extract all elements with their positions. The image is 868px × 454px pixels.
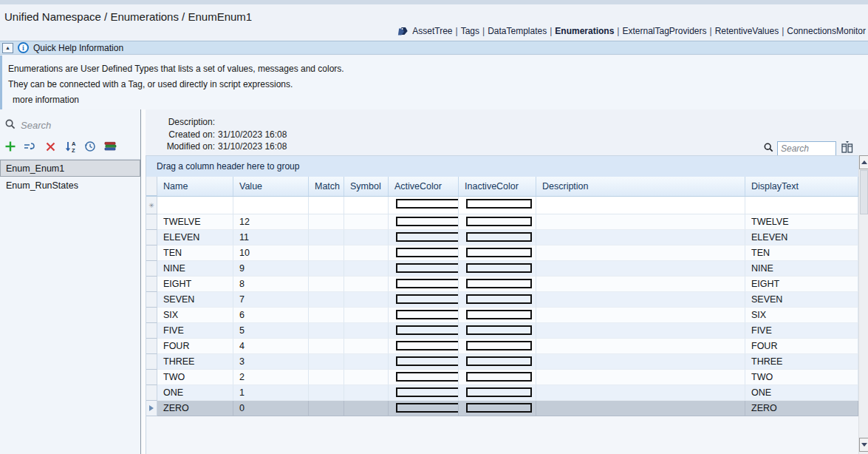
grid-cell[interactable]: TEN bbox=[157, 245, 233, 261]
active-color-swatch[interactable] bbox=[396, 372, 459, 382]
grid-cell[interactable] bbox=[309, 401, 344, 416]
group-by-panel[interactable]: Drag a column header here to group bbox=[146, 156, 858, 177]
grid-cell[interactable] bbox=[309, 308, 344, 323]
grid-cell[interactable] bbox=[536, 230, 745, 245]
grid-cell[interactable] bbox=[344, 308, 389, 323]
grid-cell[interactable] bbox=[389, 197, 459, 214]
nav-item-retentivevalues[interactable]: RetentiveValues bbox=[715, 26, 779, 36]
inactive-color-swatch[interactable] bbox=[466, 341, 532, 350]
history-icon[interactable] bbox=[83, 140, 97, 153]
table-row[interactable]: TWO2TWO bbox=[146, 370, 858, 385]
grid-cell[interactable] bbox=[309, 354, 344, 370]
grid-cell[interactable] bbox=[536, 354, 745, 370]
grid-cell[interactable] bbox=[459, 323, 536, 339]
more-information-link[interactable]: more information bbox=[8, 92, 868, 108]
grid-cell[interactable]: 1 bbox=[233, 385, 309, 401]
inactive-color-swatch[interactable] bbox=[466, 248, 532, 257]
grid-cell[interactable]: 6 bbox=[233, 308, 309, 323]
table-row[interactable]: SEVEN7SEVEN bbox=[146, 292, 858, 308]
grid-cell[interactable] bbox=[344, 292, 389, 308]
active-color-swatch[interactable] bbox=[396, 387, 459, 397]
grid-cell[interactable] bbox=[309, 245, 344, 261]
grid-cell[interactable] bbox=[344, 214, 389, 230]
add-icon[interactable] bbox=[4, 140, 17, 153]
nav-item-externaltagproviders[interactable]: ExternalTagProviders bbox=[622, 26, 706, 36]
table-row[interactable]: NINE9NINE bbox=[146, 261, 858, 277]
column-header-activecolor[interactable]: ActiveColor bbox=[389, 177, 459, 196]
rename-icon[interactable] bbox=[24, 140, 37, 153]
active-color-swatch[interactable] bbox=[396, 325, 459, 335]
grid-cell[interactable]: TWELVE bbox=[157, 214, 233, 230]
active-color-swatch[interactable] bbox=[396, 263, 459, 273]
scroll-up-button[interactable] bbox=[859, 155, 868, 169]
grid-cell[interactable] bbox=[344, 230, 389, 245]
inactive-color-swatch[interactable] bbox=[466, 232, 532, 242]
grid-cell[interactable] bbox=[536, 308, 745, 323]
active-color-swatch[interactable] bbox=[396, 356, 459, 366]
grid-cell[interactable]: SIX bbox=[745, 308, 858, 323]
grid-cell[interactable] bbox=[344, 401, 389, 416]
grid-cell[interactable]: SEVEN bbox=[157, 292, 233, 308]
inactive-color-swatch[interactable] bbox=[466, 387, 532, 397]
grid-cell[interactable]: ONE bbox=[745, 385, 858, 401]
grid-cell[interactable]: NINE bbox=[157, 261, 233, 277]
grid-cell[interactable] bbox=[536, 385, 745, 401]
grid-cell[interactable] bbox=[309, 323, 344, 339]
grid-cell[interactable]: FIVE bbox=[745, 323, 858, 339]
table-row[interactable]: ONE1ONE bbox=[146, 385, 858, 401]
grid-cell[interactable]: 8 bbox=[233, 277, 309, 292]
vertical-scrollbar[interactable] bbox=[858, 155, 868, 454]
column-header-symbol[interactable]: Symbol bbox=[344, 177, 389, 196]
column-header-inactivecolor[interactable]: InactiveColor bbox=[459, 177, 536, 196]
grid-cell[interactable]: 12 bbox=[233, 214, 309, 230]
table-row[interactable]: SIX6SIX bbox=[146, 308, 858, 323]
active-color-swatch[interactable] bbox=[396, 341, 459, 350]
grid-cell[interactable] bbox=[459, 308, 536, 323]
grid-cell[interactable] bbox=[389, 323, 459, 339]
grid-cell[interactable] bbox=[344, 370, 389, 385]
grid-cell[interactable] bbox=[389, 370, 459, 385]
grid-cell[interactable]: SEVEN bbox=[745, 292, 858, 308]
grid-cell[interactable]: FIVE bbox=[157, 323, 233, 339]
grid-cell[interactable] bbox=[309, 197, 344, 214]
grid-cell[interactable] bbox=[309, 292, 344, 308]
inactive-color-swatch[interactable] bbox=[466, 403, 532, 413]
column-header-description[interactable]: Description bbox=[536, 177, 745, 196]
nav-item-connectionsmonitor[interactable]: ConnectionsMonitor bbox=[787, 26, 866, 36]
grid-cell[interactable]: 0 bbox=[233, 401, 309, 416]
grid-cell[interactable]: 4 bbox=[233, 339, 309, 354]
grid-cell[interactable] bbox=[459, 230, 536, 245]
grid-cell[interactable] bbox=[536, 245, 745, 261]
grid-cell[interactable]: TWELVE bbox=[745, 214, 858, 230]
grid-cell[interactable] bbox=[389, 261, 459, 277]
grid-cell[interactable]: 3 bbox=[233, 354, 309, 370]
grid-cell[interactable]: TWO bbox=[745, 370, 858, 385]
sort-az-icon[interactable]: AZ bbox=[64, 140, 77, 153]
grid-cell[interactable]: SIX bbox=[157, 308, 233, 323]
grid-cell[interactable]: NINE bbox=[745, 261, 858, 277]
grid-cell[interactable]: EIGHT bbox=[745, 277, 858, 292]
grid-cell[interactable]: ELEVEN bbox=[157, 230, 233, 245]
grid-cell[interactable] bbox=[459, 339, 536, 354]
table-row[interactable]: FIVE5FIVE bbox=[146, 323, 858, 339]
grid-cell[interactable]: 7 bbox=[233, 292, 309, 308]
grid-cell[interactable] bbox=[309, 277, 344, 292]
inactive-color-swatch[interactable] bbox=[466, 279, 532, 288]
grid-cell[interactable] bbox=[344, 354, 389, 370]
grid-cell[interactable] bbox=[536, 323, 745, 339]
active-color-swatch[interactable] bbox=[396, 403, 459, 413]
grid-cell[interactable] bbox=[536, 277, 745, 292]
active-color-swatch[interactable] bbox=[396, 232, 459, 242]
grid-cell[interactable] bbox=[309, 385, 344, 401]
inactive-color-swatch[interactable] bbox=[466, 372, 532, 382]
collapse-help-button[interactable]: ▲ bbox=[2, 43, 13, 53]
scrollbar-thumb[interactable] bbox=[860, 170, 868, 214]
active-color-swatch[interactable] bbox=[396, 217, 459, 226]
grid-search-input[interactable] bbox=[777, 141, 836, 156]
grid-cell[interactable]: FOUR bbox=[157, 339, 233, 354]
grid-cell[interactable] bbox=[389, 230, 459, 245]
grid-cell[interactable] bbox=[536, 197, 745, 214]
grid-cell[interactable] bbox=[389, 385, 459, 401]
inactive-color-swatch[interactable] bbox=[466, 294, 532, 304]
grid-cell[interactable] bbox=[389, 354, 459, 370]
